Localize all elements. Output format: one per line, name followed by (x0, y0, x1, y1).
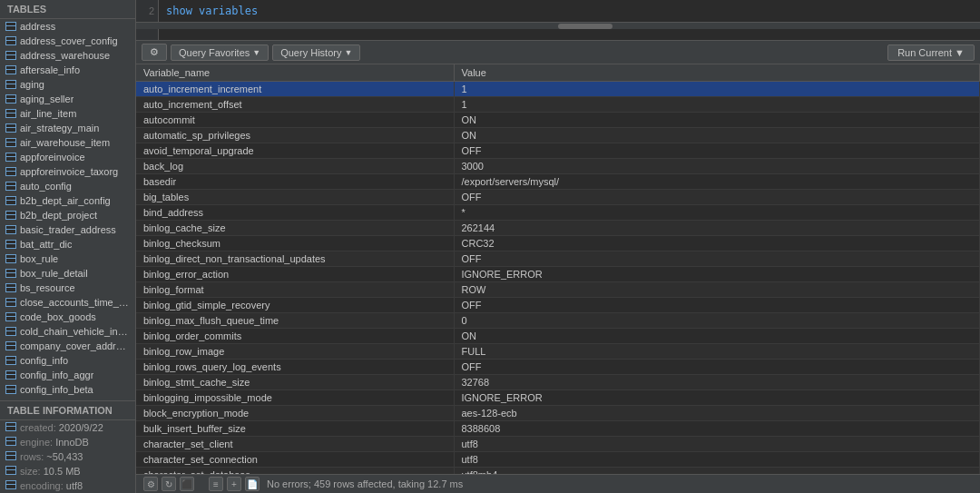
cell-variable-name: basedir (136, 174, 454, 190)
sidebar-table-item[interactable]: close_accounts_time_quantum (0, 295, 135, 310)
sidebar-table-item[interactable]: aftersale_info (0, 63, 135, 77)
table-row[interactable]: bulk_insert_buffer_size8388608 (136, 421, 980, 437)
sidebar-table-item[interactable]: box_rule_detail (0, 266, 135, 281)
sidebar-table-item[interactable]: bat_attr_dic (0, 237, 135, 251)
table-row[interactable]: back_log3000 (136, 159, 980, 174)
sidebar-table-item[interactable]: basic_trader_address (0, 222, 135, 237)
table-row[interactable]: binlog_checksumCRC32 (136, 236, 980, 251)
statusbar-icon-b[interactable]: + (227, 477, 241, 491)
results-table-container[interactable]: Variable_name Value auto_increment_incre… (136, 64, 980, 474)
col-value[interactable]: Value (454, 64, 980, 82)
cell-variable-name: binlog_error_action (136, 267, 454, 282)
sidebar-table-item[interactable]: air_line_item (0, 106, 135, 121)
table-row[interactable]: binlog_order_commitsON (136, 329, 980, 344)
query-scrollbar-thumb[interactable] (558, 24, 612, 29)
table-row[interactable]: auto_increment_increment1 (136, 82, 980, 97)
main-content: 2 3 show variables ⚙ Query Favorites ▼ Q… (136, 0, 980, 493)
run-current-button[interactable]: Run Current ▼ (887, 44, 975, 61)
table-row[interactable]: binlog_error_actionIGNORE_ERROR (136, 267, 980, 282)
query-scrollbar[interactable] (136, 22, 980, 29)
table-row[interactable]: bind_address* (136, 205, 980, 221)
sidebar-table-item[interactable]: company_cover_address (0, 339, 135, 353)
table-row[interactable]: auto_increment_offset1 (136, 97, 980, 113)
sidebar-table-item[interactable]: code_box_goods (0, 310, 135, 324)
table-info-item: encoding: utf8 (0, 478, 135, 493)
table-icon (5, 327, 16, 336)
table-info-icon (5, 466, 16, 475)
cell-variable-name: binlog_rows_query_log_events (136, 360, 454, 375)
table-row[interactable]: block_encryption_modeaes-128-ecb (136, 406, 980, 421)
statusbar-gear-icon[interactable]: ⚙ (143, 477, 158, 491)
table-row[interactable]: binlog_formatROW (136, 282, 980, 298)
sidebar-table-item[interactable]: appforeinvoice (0, 150, 135, 164)
sidebar-table-item[interactable]: address_warehouse (0, 48, 135, 63)
statusbar-export-icon[interactable]: ⬛ (180, 477, 194, 491)
sidebar-table-item[interactable]: aging (0, 77, 135, 92)
sidebar-table-item[interactable]: config_info_beta (0, 382, 135, 397)
query-content[interactable]: show variables (159, 0, 980, 22)
table-row[interactable]: automatic_sp_privilegesON (136, 128, 980, 143)
sidebar-table-item[interactable]: address (0, 19, 135, 34)
table-row[interactable]: binlog_max_flush_queue_time0 (136, 313, 980, 329)
table-row[interactable]: binlog_cache_size262144 (136, 221, 980, 236)
table-row[interactable]: avoid_temporal_upgradeOFF (136, 143, 980, 159)
cell-value: ON (454, 329, 980, 344)
sidebar-table-item[interactable]: config_info_aggr (0, 368, 135, 382)
table-row[interactable]: binlog_row_imageFULL (136, 344, 980, 360)
cell-variable-name: character_set_database (136, 468, 454, 475)
gear-button[interactable]: ⚙ (142, 44, 167, 61)
table-row[interactable]: binlog_rows_query_log_eventsOFF (136, 360, 980, 375)
query-favorites-button[interactable]: Query Favorites ▼ (171, 44, 269, 61)
query-code[interactable]: show variables (166, 4, 973, 18)
table-row[interactable]: character_set_clientutf8 (136, 437, 980, 452)
sidebar-table-item[interactable]: box_rule (0, 251, 135, 266)
sidebar-table-item[interactable]: auto_config (0, 179, 135, 193)
table-row[interactable]: autocommitON (136, 113, 980, 128)
table-info-header: TABLE INFORMATION (0, 400, 135, 420)
sidebar-table-label: air_line_item (20, 108, 76, 119)
table-icon (5, 153, 16, 162)
statusbar-refresh-icon[interactable]: ↻ (162, 477, 176, 491)
query-history-button[interactable]: Query History ▼ (272, 44, 360, 61)
table-icon (5, 94, 16, 104)
table-row[interactable]: binlog_direct_non_transactional_updatesO… (136, 251, 980, 267)
sidebar-table-item[interactable]: appforeinvoice_taxorg (0, 164, 135, 179)
sidebar-table-item[interactable]: bs_resource (0, 281, 135, 295)
sidebar-table-item[interactable]: b2b_dept_air_config (0, 193, 135, 208)
sidebar-table-item[interactable]: cold_chain_vehicle_inquiry (0, 324, 135, 339)
sidebar-table-label: appforeinvoice_taxorg (20, 166, 118, 177)
cell-variable-name: binlog_format (136, 282, 454, 298)
cell-variable-name: automatic_sp_privileges (136, 128, 454, 143)
table-icon (5, 225, 16, 234)
statusbar-icon-c[interactable]: 📄 (245, 477, 260, 491)
table-row[interactable]: binlog_stmt_cache_size32768 (136, 375, 980, 390)
cell-value: OFF (454, 190, 980, 205)
sidebar-table-label: code_box_goods (20, 311, 96, 322)
sidebar-table-item[interactable]: address_cover_config (0, 34, 135, 48)
table-info-value: InnoDB (55, 437, 89, 448)
cell-variable-name: autocommit (136, 113, 454, 128)
sidebar-table-item[interactable]: config_info (0, 353, 135, 368)
sidebar-table-item[interactable]: air_strategy_main (0, 121, 135, 135)
table-icon (5, 22, 16, 31)
col-variable-name[interactable]: Variable_name (136, 64, 454, 82)
statusbar-icon-a[interactable]: ≡ (209, 477, 223, 491)
sidebar-table-item[interactable]: aging_seller (0, 92, 135, 106)
cell-value: utf8 (454, 437, 980, 452)
table-row[interactable]: character_set_connectionutf8 (136, 452, 980, 468)
table-row[interactable]: big_tablesOFF (136, 190, 980, 205)
toolbar: ⚙ Query Favorites ▼ Query History ▼ Run … (136, 41, 980, 64)
cell-variable-name: back_log (136, 159, 454, 174)
table-row[interactable]: binlogging_impossible_modeIGNORE_ERROR (136, 390, 980, 406)
sidebar-table-item[interactable]: b2b_dept_project (0, 208, 135, 222)
run-current-label: Run Current (897, 47, 952, 58)
sidebar-table-label: aftersale_info (20, 64, 80, 75)
sidebar-table-item[interactable]: air_warehouse_item (0, 135, 135, 150)
table-row[interactable]: character_set_databaseutf8mb4 (136, 468, 980, 475)
table-row[interactable]: basedir/export/servers/mysql/ (136, 174, 980, 190)
sidebar-table-label: address (20, 21, 55, 32)
cell-value: IGNORE_ERROR (454, 267, 980, 282)
table-row[interactable]: binlog_gtid_simple_recoveryOFF (136, 298, 980, 313)
cell-variable-name: character_set_client (136, 437, 454, 452)
line-numbers: 2 3 (136, 0, 159, 40)
